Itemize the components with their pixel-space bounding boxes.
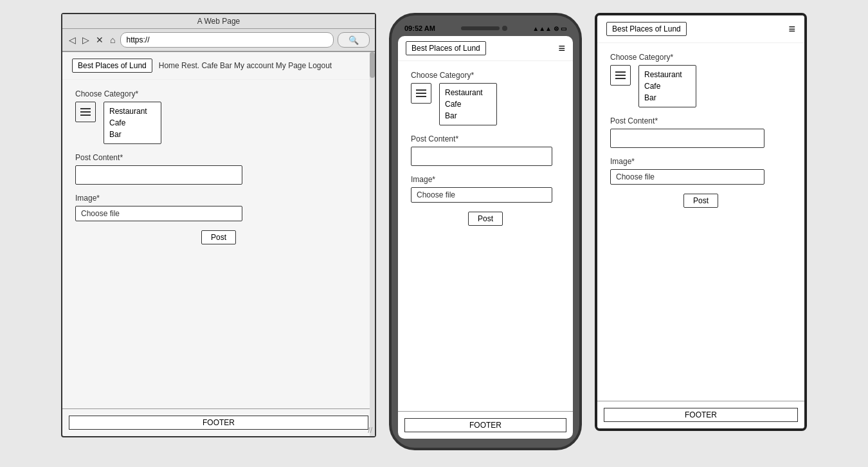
- phone-menu-icon: [411, 83, 431, 104]
- browser-title: A Web Page: [197, 17, 240, 26]
- desktop-logo-label: Best Places of Lund: [78, 61, 147, 70]
- phone-file-input[interactable]: Choose file: [411, 187, 552, 203]
- phone-logo-label: Best Places of Lund: [411, 44, 480, 53]
- tablet-choose-file-label: Choose file: [616, 172, 655, 181]
- desktop-nav-links: Home Rest. Cafe Bar My account My Page L…: [159, 61, 332, 70]
- desktop-nav: Best Places of Lund Home Rest. Cafe Bar …: [72, 59, 365, 73]
- desktop-post-content-input[interactable]: [75, 165, 242, 185]
- phone-category-select[interactable]: Restaurant Cafe Bar: [439, 83, 497, 125]
- tablet-post-label: Post: [693, 196, 709, 205]
- phone-screen: Best Places of Lund ≡ Choose Category*: [398, 36, 573, 439]
- phone-form-content: Choose Category* Restaurant Cafe: [398, 61, 573, 411]
- home-button[interactable]: ⌂: [109, 35, 116, 45]
- image-field: Image* Choose file: [75, 194, 362, 221]
- cat-opt-3: Bar: [109, 129, 156, 140]
- tablet-nav: Best Places of Lund ≡: [606, 22, 795, 36]
- phone-camera: [502, 26, 507, 31]
- phone-status-icons: ▲▲▲ ⊜ ▭: [532, 25, 566, 32]
- scrollbar-thumb[interactable]: [370, 52, 375, 78]
- tablet-hamburger-lines: [615, 71, 626, 79]
- phone-logo-btn[interactable]: Best Places of Lund: [406, 41, 486, 55]
- tablet-mockup: Best Places of Lund ≡ Choose Category*: [595, 13, 807, 431]
- cat-opt-1: Restaurant: [109, 105, 156, 117]
- post-content-field: Post Content*: [75, 153, 362, 185]
- tablet-image-label: Image*: [610, 157, 791, 166]
- phone-hamburger-lines: [416, 89, 426, 97]
- phone-post-content-label: Post Content*: [411, 134, 560, 143]
- phone-image-field: Image* Choose file: [411, 175, 560, 203]
- search-button[interactable]: 🔍: [338, 32, 370, 48]
- post-content-label: Post Content*: [75, 153, 362, 162]
- phone-category-row: Restaurant Cafe Bar: [411, 83, 560, 125]
- phone-notch: 09:52 AM ▲▲▲ ⊜ ▭: [398, 24, 573, 36]
- phone-time: 09:52 AM: [404, 24, 435, 32]
- search-icon: 🔍: [348, 35, 359, 45]
- phone-mockup: 09:52 AM ▲▲▲ ⊜ ▭ Best Places of Lund ≡: [389, 13, 582, 450]
- desktop-choose-file-label: Choose file: [81, 209, 120, 218]
- phone-cat-opt-2: Cafe: [445, 98, 491, 110]
- tablet-category-row: Restaurant Cafe Bar: [610, 65, 791, 107]
- back-button[interactable]: ◁: [68, 35, 77, 45]
- phone-post-content-input[interactable]: [411, 147, 552, 166]
- desktop-form-content: Choose Category* Restaurant: [62, 80, 375, 408]
- tablet-hamburger-icon[interactable]: ≡: [788, 23, 795, 36]
- tablet-cat-opt-1: Restaurant: [644, 69, 691, 80]
- tablet-footer: FOOTER: [597, 401, 804, 428]
- desktop-category-select[interactable]: Restaurant Cafe Bar: [104, 102, 161, 144]
- category-label: Choose Category*: [75, 89, 362, 98]
- phone-nav: Best Places of Lund ≡: [406, 41, 565, 55]
- tablet-post-button[interactable]: Post: [683, 194, 718, 208]
- desktop-form: Choose Category* Restaurant: [75, 89, 362, 244]
- tablet-post-content-label: Post Content*: [610, 116, 791, 125]
- tablet-logo-label: Best Places of Lund: [612, 24, 681, 33]
- tablet-form-content: Choose Category* Restaurant Cafe: [597, 43, 804, 401]
- phone-post-button[interactable]: Post: [468, 212, 503, 226]
- desktop-logo-btn[interactable]: Best Places of Lund: [72, 59, 152, 73]
- phone-choose-file-label: Choose file: [417, 190, 455, 199]
- category-field: Choose Category* Restaurant: [75, 89, 362, 144]
- tablet-post-content-field: Post Content*: [610, 116, 791, 148]
- tablet-menu-icon: [610, 65, 631, 86]
- phone-cat-opt-3: Bar: [445, 110, 491, 122]
- desktop-browser: A Web Page ◁ ▷ ✕ ⌂ 🔍 Best Places of Lund…: [61, 13, 376, 437]
- phone-category-field: Choose Category* Restaurant Cafe: [411, 71, 560, 125]
- phone-footer-label: FOOTER: [404, 418, 566, 432]
- phone-cat-opt-1: Restaurant: [445, 87, 491, 98]
- tablet-logo-btn[interactable]: Best Places of Lund: [606, 22, 687, 36]
- tablet-category-field: Choose Category* Restaurant Cafe: [610, 53, 791, 107]
- browser-titlebar: A Web Page: [62, 14, 375, 29]
- tablet-footer-label: FOOTER: [604, 408, 798, 422]
- phone-notch-bar: [461, 26, 500, 30]
- browser-page: Best Places of Lund Home Rest. Cafe Bar …: [62, 52, 375, 436]
- tablet-form: Choose Category* Restaurant Cafe: [610, 53, 791, 208]
- signal-icon: ▲▲▲: [532, 25, 552, 32]
- tablet-screen: Best Places of Lund ≡ Choose Category*: [597, 15, 804, 428]
- desktop-post-button[interactable]: Post: [201, 230, 236, 244]
- phone-hamburger-icon[interactable]: ≡: [558, 42, 565, 55]
- phone-category-label: Choose Category*: [411, 71, 560, 80]
- tablet-category-select[interactable]: Restaurant Cafe Bar: [638, 65, 696, 107]
- phone-image-label: Image*: [411, 175, 560, 184]
- tablet-category-label: Choose Category*: [610, 53, 791, 62]
- phone-post-content-field: Post Content*: [411, 134, 560, 166]
- forward-button[interactable]: ▷: [81, 35, 91, 45]
- tablet-file-input[interactable]: Choose file: [610, 169, 764, 185]
- desktop-footer-label: FOOTER: [69, 416, 368, 430]
- phone-footer: FOOTER: [398, 411, 573, 439]
- tablet-cat-opt-3: Bar: [644, 92, 691, 104]
- browser-scrollbar[interactable]: [370, 52, 375, 436]
- desktop-file-input[interactable]: Choose file: [75, 206, 242, 221]
- category-row: Restaurant Cafe Bar: [75, 102, 362, 144]
- menu-icon: [75, 102, 96, 122]
- image-label: Image*: [75, 194, 362, 203]
- url-bar[interactable]: [120, 32, 334, 48]
- phone-form: Choose Category* Restaurant Cafe: [411, 71, 560, 226]
- close-button[interactable]: ✕: [95, 35, 105, 45]
- tablet-cat-opt-2: Cafe: [644, 80, 691, 92]
- tablet-post-content-input[interactable]: [610, 129, 764, 148]
- resize-handle[interactable]: //: [368, 426, 372, 435]
- desktop-post-label: Post: [211, 233, 226, 242]
- tablet-image-field: Image* Choose file: [610, 157, 791, 185]
- wifi-icon: ⊜: [554, 25, 559, 32]
- battery-icon: ▭: [561, 25, 566, 32]
